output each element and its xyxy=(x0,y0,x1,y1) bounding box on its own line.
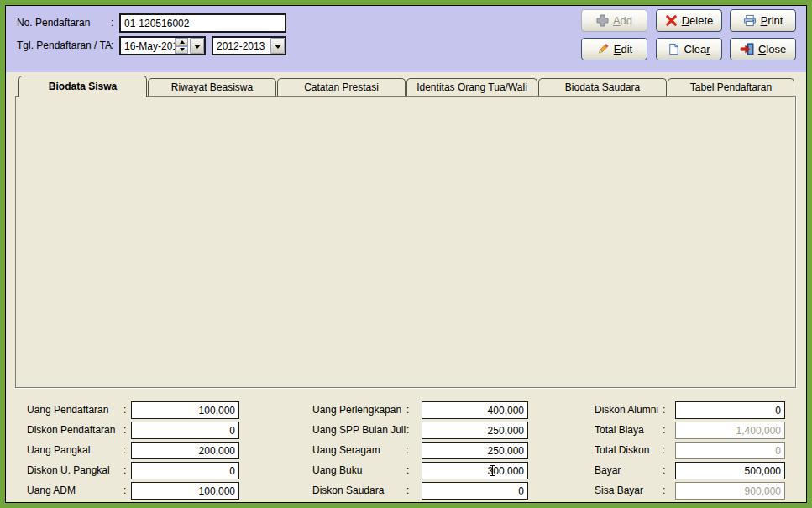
colon: : xyxy=(663,424,665,436)
delete-button[interactable]: Delete xyxy=(656,9,722,32)
pencil-icon xyxy=(596,43,610,55)
tgl-pendaftaran-datepicker[interactable]: 16-May-2012 xyxy=(119,36,206,55)
total-diskon-label: Total Diskon xyxy=(595,444,649,456)
diskon-alumni-field[interactable]: 0 xyxy=(675,401,785,419)
diskon-pendaftaran-field[interactable]: 0 xyxy=(131,422,239,439)
printer-icon xyxy=(743,14,757,27)
chevron-down-icon xyxy=(194,45,201,52)
total-diskon-field: 0 xyxy=(675,442,785,459)
uang-perlengkapan-field[interactable]: 400,000 xyxy=(422,401,528,419)
colon: : xyxy=(406,464,409,476)
tahun-ajaran-value: 2012-2013 xyxy=(217,40,265,52)
no-pendaftaran-label: No. Pendaftaran xyxy=(17,17,90,29)
tab-identitas-orang-tua[interactable]: Identitas Orang Tua/Wali xyxy=(406,78,537,96)
uang-seragam-field[interactable]: 250,000 xyxy=(422,442,528,459)
print-button[interactable]: Print xyxy=(730,9,796,32)
colon: : xyxy=(663,404,665,416)
uang-pendaftaran-field[interactable]: 100,000 xyxy=(131,401,239,419)
diskon-pendaftaran-label: Diskon Pendaftaran xyxy=(27,424,115,436)
clear-button[interactable]: Clear xyxy=(656,38,722,60)
text-cursor-ibeam xyxy=(492,465,493,476)
uang-seragam-label: Uang Seragam xyxy=(312,444,380,456)
tab-catatan-prestasi[interactable]: Catatan Prestasi xyxy=(277,78,406,96)
tab-riwayat-beasiswa[interactable]: Riwayat Beasiswa xyxy=(148,78,276,96)
colon: : xyxy=(123,444,126,456)
exit-door-icon xyxy=(740,43,754,55)
spinner-up-icon xyxy=(175,38,188,46)
uang-pangkal-field[interactable]: 200,000 xyxy=(131,442,239,459)
bayar-field[interactable]: 500,000 xyxy=(675,462,785,479)
total-biaya-field: 1,400,000 xyxy=(675,422,785,439)
dropdown-button[interactable] xyxy=(190,38,204,54)
colon: : xyxy=(663,484,665,496)
colon: : xyxy=(406,444,409,456)
bayar-label: Bayar xyxy=(595,464,621,476)
edit-button[interactable]: Edit xyxy=(581,38,647,60)
sisa-bayar-label: Sisa Bayar xyxy=(595,484,643,496)
colon: : xyxy=(663,464,665,476)
colon: : xyxy=(406,404,409,416)
uang-adm-field[interactable]: 100,000 xyxy=(131,482,239,500)
colon: : xyxy=(123,404,126,416)
uang-pangkal-label: Uang Pangkal xyxy=(27,444,90,456)
uang-perlengkapan-label: Uang Perlengkapan xyxy=(312,404,401,416)
close-button[interactable]: Close xyxy=(730,38,796,60)
registration-window: No. Pendaftaran : 01-120516002 Tgl. Pend… xyxy=(0,0,812,508)
colon: : xyxy=(111,17,113,29)
add-button[interactable]: Add xyxy=(581,9,647,32)
date-spinner[interactable] xyxy=(175,38,188,54)
sisa-bayar-field: 900,000 xyxy=(675,482,785,500)
delete-x-icon xyxy=(665,14,678,27)
uang-adm-label: Uang ADM xyxy=(27,484,76,496)
colon: : xyxy=(111,39,113,51)
diskon-u-pangkal-field[interactable]: 0 xyxy=(131,462,239,479)
tgl-pendaftaran-label: Tgl. Pendaftaran / TA xyxy=(17,39,112,51)
colon: : xyxy=(406,484,409,496)
spinner-down-icon xyxy=(175,46,188,55)
colon: : xyxy=(123,424,126,436)
biodata-siswa-panel xyxy=(15,96,796,388)
blank-page-icon xyxy=(668,43,679,55)
diskon-alumni-label: Diskon Alumni xyxy=(595,404,658,416)
colon: : xyxy=(406,424,409,436)
no-pendaftaran-field[interactable]: 01-120516002 xyxy=(119,13,286,33)
total-biaya-label: Total Biaya xyxy=(595,424,644,436)
colon: : xyxy=(123,484,126,496)
uang-spp-field[interactable]: 250,000 xyxy=(422,422,528,439)
dropdown-button[interactable] xyxy=(270,38,285,54)
plus-icon xyxy=(596,14,609,27)
colon: : xyxy=(123,464,126,476)
tahun-ajaran-combo[interactable]: 2012-2013 xyxy=(212,36,286,55)
uang-buku-label: Uang Buku xyxy=(312,464,362,476)
colon: : xyxy=(663,444,665,456)
diskon-saudara-field[interactable]: 0 xyxy=(422,482,528,500)
diskon-saudara-label: Diskon Saudara xyxy=(312,484,384,496)
uang-spp-label: Uang SPP Bulan Juli xyxy=(312,424,406,436)
tab-biodata-siswa[interactable]: Biodata Siswa xyxy=(18,76,147,97)
chevron-down-icon xyxy=(275,45,281,52)
tab-biodata-saudara[interactable]: Biodata Saudara xyxy=(538,78,667,96)
tab-tabel-pendaftaran[interactable]: Tabel Pendaftaran xyxy=(668,78,794,96)
uang-pendaftaran-label: Uang Pendaftaran xyxy=(27,404,108,416)
diskon-u-pangkal-label: Diskon U. Pangkal xyxy=(27,464,110,476)
uang-buku-field[interactable]: 300,000 xyxy=(422,462,528,479)
